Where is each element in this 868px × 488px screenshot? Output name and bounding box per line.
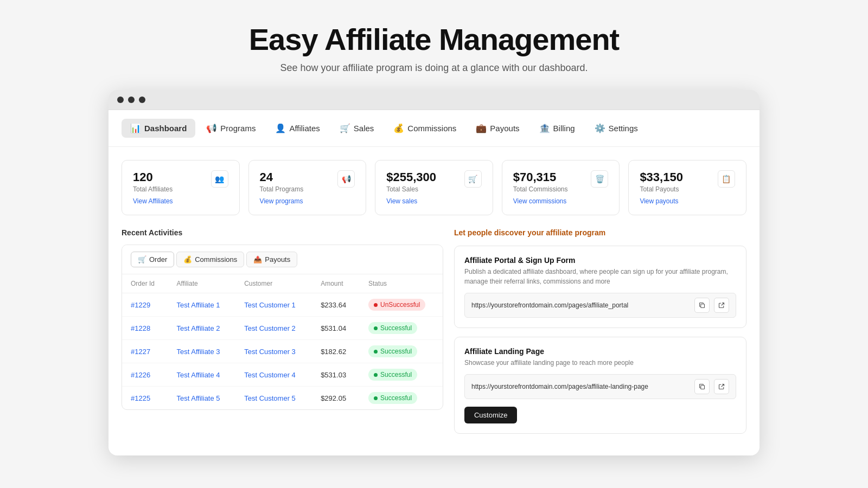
browser-window: 📊 Dashboard 📢 Programs 👤 Affiliates 🛒 Sa… bbox=[108, 90, 760, 455]
nav-bar: 📊 Dashboard 📢 Programs 👤 Affiliates 🛒 Sa… bbox=[108, 110, 760, 147]
stat-link-payouts[interactable]: View payouts bbox=[640, 197, 683, 205]
cell-customer[interactable]: Test Customer 4 bbox=[235, 363, 312, 387]
cell-affiliate[interactable]: Test Affiliate 2 bbox=[168, 317, 236, 340]
stat-card-programs: 24 Total Programs View programs 📢 bbox=[248, 160, 367, 215]
browser-dot-3 bbox=[139, 97, 145, 103]
portal-copy-button[interactable] bbox=[694, 298, 710, 313]
stat-number-sales: $255,300 bbox=[386, 170, 436, 184]
stat-label-payouts: Total Payouts bbox=[640, 185, 683, 193]
stats-row: 120 Total Affiliates View Affiliates 👥 2… bbox=[108, 147, 760, 215]
landing-card-title: Affiliate Landing Page bbox=[464, 347, 736, 356]
hero-section: Easy Affiliate Management See how your a… bbox=[238, 0, 630, 90]
svg-rect-0 bbox=[701, 304, 705, 308]
cell-affiliate[interactable]: Test Affiliate 5 bbox=[168, 387, 236, 410]
nav-programs[interactable]: 📢 Programs bbox=[197, 119, 264, 138]
stat-label-sales: Total Sales bbox=[386, 185, 436, 193]
hero-title: Easy Affiliate Management bbox=[249, 22, 619, 57]
commissions-tab-icon: 💰 bbox=[183, 255, 192, 264]
stat-link-commissions[interactable]: View commissions bbox=[513, 197, 568, 205]
cell-customer[interactable]: Test Customer 5 bbox=[235, 387, 312, 410]
stat-icon-sales: 🛒 bbox=[464, 170, 482, 188]
payouts-icon: 💼 bbox=[476, 123, 487, 133]
commissions-icon: 💰 bbox=[393, 123, 404, 133]
landing-card: Affiliate Landing Page Showcase your aff… bbox=[454, 337, 746, 434]
cell-order-id[interactable]: #1225 bbox=[122, 387, 168, 410]
cell-order-id[interactable]: #1228 bbox=[122, 317, 168, 340]
tab-commissions[interactable]: 💰 Commissions bbox=[176, 252, 244, 267]
stat-link-programs[interactable]: View programs bbox=[260, 197, 304, 205]
stat-label-programs: Total Programs bbox=[260, 185, 304, 193]
tab-order[interactable]: 🛒 Order bbox=[131, 252, 174, 267]
nav-dashboard[interactable]: 📊 Dashboard bbox=[122, 119, 195, 138]
stat-number-payouts: $33,150 bbox=[640, 170, 683, 184]
activity-table: Order Id Affiliate Customer Amount Statu… bbox=[122, 274, 443, 409]
cell-customer[interactable]: Test Customer 2 bbox=[235, 317, 312, 340]
cell-amount: $233.64 bbox=[312, 293, 360, 317]
portal-card-title: Affiliate Portal & Sign Up Form bbox=[464, 256, 736, 265]
main-area: Recent Activities 🛒 Order 💰 Commissions … bbox=[108, 215, 760, 455]
customize-button[interactable]: Customize bbox=[464, 407, 517, 423]
nav-commissions[interactable]: 💰 Commissions bbox=[385, 119, 465, 138]
portal-url: https://yourstorefrontdomain.com/pages/a… bbox=[471, 301, 690, 309]
activity-section-title: Recent Activities bbox=[122, 228, 443, 237]
cell-amount: $531.04 bbox=[312, 317, 360, 340]
col-status: Status bbox=[360, 274, 443, 293]
col-amount: Amount bbox=[312, 274, 360, 293]
cell-status: Successful bbox=[360, 387, 443, 410]
nav-payouts[interactable]: 💼 Payouts bbox=[467, 119, 528, 138]
cell-status: Successful bbox=[360, 363, 443, 387]
nav-affiliates[interactable]: 👤 Affiliates bbox=[266, 119, 328, 138]
cell-order-id[interactable]: #1226 bbox=[122, 363, 168, 387]
svg-rect-1 bbox=[701, 386, 705, 389]
billing-icon: 🏦 bbox=[539, 123, 550, 133]
landing-url: https://yourstorefrontdomain.com/pages/a… bbox=[471, 383, 690, 390]
cell-customer[interactable]: Test Customer 3 bbox=[235, 340, 312, 363]
col-order-id: Order Id bbox=[122, 274, 168, 293]
programs-icon: 📢 bbox=[206, 123, 217, 133]
hero-subtitle: See how your affiliate program is doing … bbox=[249, 62, 619, 74]
stat-card-payouts: $33,150 Total Payouts View payouts 📋 bbox=[628, 160, 746, 215]
cell-affiliate[interactable]: Test Affiliate 4 bbox=[168, 363, 236, 387]
browser-bar bbox=[108, 90, 760, 110]
cell-status: Successful bbox=[360, 317, 443, 340]
nav-settings[interactable]: ⚙️ Settings bbox=[586, 119, 647, 138]
cell-affiliate[interactable]: Test Affiliate 1 bbox=[168, 293, 236, 317]
cell-order-id[interactable]: #1229 bbox=[122, 293, 168, 317]
stat-card-commissions: $70,315 Total Commissions View commissio… bbox=[502, 160, 620, 215]
cell-order-id[interactable]: #1227 bbox=[122, 340, 168, 363]
landing-open-button[interactable] bbox=[714, 379, 729, 394]
col-affiliate: Affiliate bbox=[168, 274, 236, 293]
stat-number-affiliates: 120 bbox=[133, 170, 173, 184]
landing-card-desc: Showcase your affiliate landing page to … bbox=[464, 358, 736, 368]
cell-affiliate[interactable]: Test Affiliate 3 bbox=[168, 340, 236, 363]
portal-open-button[interactable] bbox=[714, 298, 729, 313]
app-content: 📊 Dashboard 📢 Programs 👤 Affiliates 🛒 Sa… bbox=[108, 110, 760, 455]
tab-payouts[interactable]: 📤 Payouts bbox=[246, 252, 297, 267]
landing-copy-button[interactable] bbox=[694, 379, 710, 394]
stat-icon-affiliates: 👥 bbox=[211, 170, 228, 188]
nav-sales[interactable]: 🛒 Sales bbox=[331, 119, 383, 138]
stat-link-sales[interactable]: View sales bbox=[386, 197, 436, 205]
browser-dot-2 bbox=[128, 97, 135, 103]
right-panel: Let people discover your affiliate progr… bbox=[454, 228, 746, 442]
dashboard-icon: 📊 bbox=[130, 123, 141, 133]
cell-customer[interactable]: Test Customer 1 bbox=[235, 293, 312, 317]
portal-url-row: https://yourstorefrontdomain.com/pages/a… bbox=[464, 293, 736, 318]
stat-label-commissions: Total Commissions bbox=[513, 185, 568, 193]
cell-amount: $292.05 bbox=[312, 387, 360, 410]
landing-url-row: https://yourstorefrontdomain.com/pages/a… bbox=[464, 374, 736, 399]
stat-number-commissions: $70,315 bbox=[513, 170, 568, 184]
discover-title: Let people discover your affiliate progr… bbox=[454, 228, 746, 237]
sales-icon: 🛒 bbox=[340, 123, 350, 133]
table-row: #1229 Test Affiliate 1 Test Customer 1 $… bbox=[122, 293, 443, 317]
affiliates-icon: 👤 bbox=[275, 123, 286, 133]
table-row: #1228 Test Affiliate 2 Test Customer 2 $… bbox=[122, 317, 443, 340]
payouts-tab-icon: 📤 bbox=[253, 255, 262, 264]
stat-link-affiliates[interactable]: View Affiliates bbox=[133, 197, 173, 205]
settings-icon: ⚙️ bbox=[595, 123, 605, 133]
nav-billing[interactable]: 🏦 Billing bbox=[531, 119, 584, 138]
stat-number-programs: 24 bbox=[260, 170, 304, 184]
stat-card-affiliates: 120 Total Affiliates View Affiliates 👥 bbox=[122, 160, 240, 215]
cell-amount: $531.03 bbox=[312, 363, 360, 387]
portal-card-desc: Publish a dedicated affiliate dashboard,… bbox=[464, 267, 736, 286]
